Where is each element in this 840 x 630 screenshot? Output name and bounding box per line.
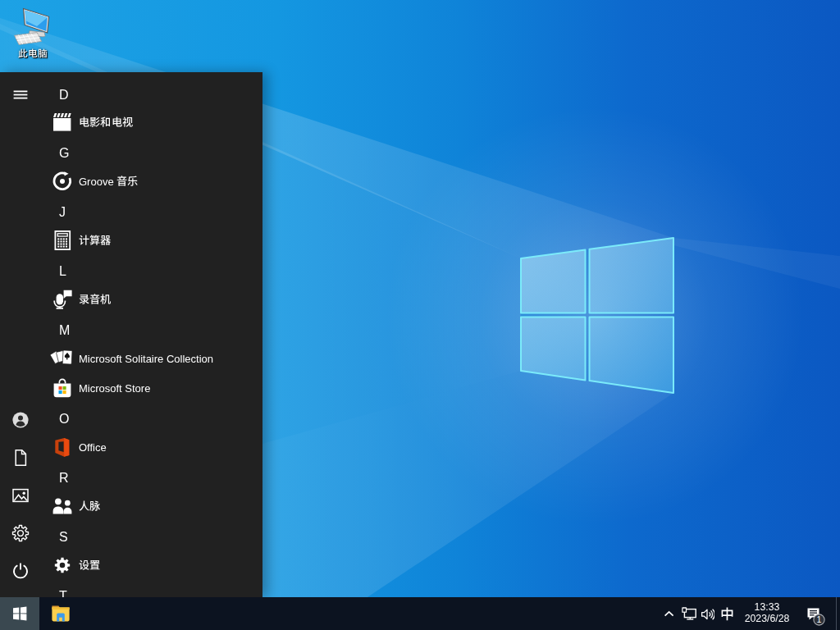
svg-text:1: 1 <box>817 614 822 624</box>
